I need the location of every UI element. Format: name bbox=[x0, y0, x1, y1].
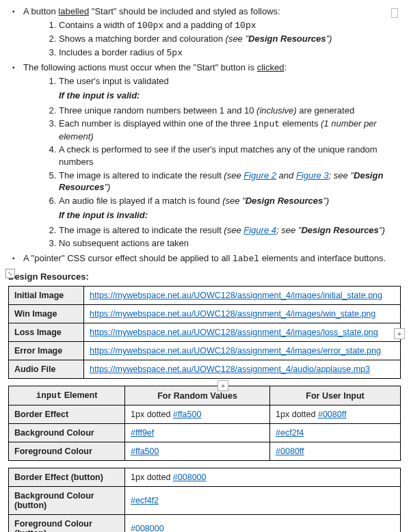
design-resources-heading: Design Resources: bbox=[8, 271, 401, 282]
add-row-button[interactable]: + bbox=[217, 380, 228, 391]
row-label: Loss Image bbox=[9, 323, 84, 342]
invalid-heading: If the input is invalid: bbox=[59, 209, 401, 222]
cell: #ffa500 bbox=[125, 442, 270, 461]
table-row: Border Effect (button) 1px dotted #00800… bbox=[9, 468, 401, 487]
step: The user's input is validated bbox=[59, 75, 401, 88]
text: "Start" should be included and styled as… bbox=[89, 6, 280, 16]
ref: Design Resources bbox=[248, 34, 326, 44]
text: (see " bbox=[226, 34, 249, 44]
table-anchor-icon[interactable]: ⤡ bbox=[5, 269, 15, 278]
text: labelled bbox=[58, 6, 89, 16]
text: elements and interface buttons. bbox=[259, 253, 386, 263]
cell: #0080ff bbox=[270, 442, 401, 461]
step: Contains a width of 100px and a padding … bbox=[59, 19, 401, 32]
cell: #ecf2f4 bbox=[270, 424, 401, 442]
text: 1px dotted bbox=[131, 410, 173, 419]
text: A "pointer" CSS cursor effect should be … bbox=[23, 253, 233, 263]
code: input bbox=[36, 391, 62, 401]
ref: Design Resources bbox=[301, 225, 378, 235]
row-label: Initial Image bbox=[9, 287, 84, 305]
table-row: Win Image https://mywebspace.net.au/UOWC… bbox=[9, 305, 401, 323]
cell: #ecf4f2 bbox=[125, 487, 401, 515]
table-row: Background Colour (button) #ecf4f2 bbox=[9, 487, 401, 515]
step: An audio file is played if a match is fo… bbox=[59, 195, 401, 207]
text: and a padding of bbox=[163, 20, 235, 30]
cell: #fff9ef bbox=[125, 424, 270, 442]
row-label: Background Colour bbox=[9, 424, 125, 442]
color-link[interactable]: #008000 bbox=[173, 473, 207, 482]
text: Three unique random numbers between 1 an… bbox=[59, 105, 256, 116]
table-row: Loss Image https://mywebspace.net.au/UOW… bbox=[9, 323, 401, 342]
table-row: Border Effect 1px dotted #ffa500 1px dot… bbox=[9, 405, 401, 424]
color-link[interactable]: #fff9ef bbox=[131, 428, 154, 438]
table-row: Initial Image https://mywebspace.net.au/… bbox=[9, 287, 401, 305]
row-label: Foreground Colour (button) bbox=[9, 515, 125, 532]
step: Shows a matching border and colouration … bbox=[59, 33, 401, 45]
text: (see bbox=[224, 225, 243, 235]
figure-link[interactable]: Figure 2 bbox=[243, 170, 276, 181]
text: : bbox=[284, 62, 287, 72]
text: ; see " bbox=[276, 225, 301, 235]
add-column-button[interactable]: + bbox=[394, 328, 405, 339]
row-label: Background Colour (button) bbox=[9, 487, 125, 515]
start-button-steps: Contains a width of 100px and a padding … bbox=[23, 19, 401, 59]
text: ") bbox=[326, 34, 332, 44]
color-link[interactable]: #0080ff bbox=[276, 447, 304, 456]
resource-link[interactable]: https://mywebspace.net.au/UOWC128/assign… bbox=[90, 291, 382, 300]
color-link[interactable]: #ffa500 bbox=[173, 410, 201, 419]
text: ") bbox=[104, 182, 110, 192]
text: ") bbox=[379, 225, 385, 235]
color-link[interactable]: #ecf2f4 bbox=[276, 428, 304, 438]
resources-table: Initial Image https://mywebspace.net.au/… bbox=[8, 286, 401, 379]
text: ") bbox=[323, 196, 329, 206]
text: elements bbox=[280, 118, 321, 129]
figure-link[interactable]: Figure 4 bbox=[243, 225, 276, 235]
text: ; see " bbox=[329, 170, 354, 181]
step: Includes a border radius of 5px bbox=[59, 46, 401, 59]
resource-link[interactable]: https://mywebspace.net.au/UOWC128/assign… bbox=[90, 328, 378, 337]
text: (see bbox=[224, 170, 243, 181]
ref: Design Resources bbox=[246, 196, 323, 206]
style-table-inputs: input Element For Random Values For User… bbox=[8, 386, 401, 461]
step: A check is performed to see if the user'… bbox=[59, 144, 401, 168]
code: input bbox=[253, 119, 280, 129]
table-header-row: input Element For Random Values For User… bbox=[9, 386, 401, 405]
color-link[interactable]: #ffa500 bbox=[131, 447, 159, 456]
text: Includes a border radius of bbox=[59, 47, 167, 57]
code: 100px bbox=[137, 21, 163, 31]
text: (inclusive) bbox=[256, 105, 297, 116]
table-row: Foreground Colour (button) #008000 bbox=[9, 515, 401, 532]
table-row: Audio File https://mywebspace.net.au/UOW… bbox=[9, 360, 401, 379]
row-label: Border Effect bbox=[9, 405, 125, 424]
text: A check is performed to see if the user'… bbox=[59, 144, 378, 167]
figure-link[interactable]: Figure 3 bbox=[296, 170, 329, 181]
cell: 1px dotted #0080ff bbox=[270, 405, 401, 424]
cell: 1px dotted #008000 bbox=[125, 468, 401, 487]
text: 1px dotted bbox=[131, 473, 173, 482]
text: A button bbox=[23, 6, 58, 16]
text: are generated bbox=[297, 105, 355, 116]
text: The following actions must occur when th… bbox=[23, 62, 257, 72]
text: Contains a width of bbox=[59, 20, 137, 30]
text: An audio file is played if a match is fo… bbox=[59, 196, 222, 206]
text: Each number is displayed within one of t… bbox=[59, 118, 253, 129]
requirements-list: A button labelled "Start" should be incl… bbox=[8, 5, 401, 265]
color-link[interactable]: #008000 bbox=[131, 524, 164, 532]
text: (see " bbox=[222, 196, 246, 206]
bullet-click-actions: The following actions must occur when th… bbox=[23, 62, 401, 250]
table-row: Foreground Colour #ffa500 #0080ff bbox=[9, 442, 401, 461]
table-row: Error Image https://mywebspace.net.au/UO… bbox=[9, 342, 401, 360]
color-link[interactable]: #ecf4f2 bbox=[131, 496, 159, 505]
row-label: Error Image bbox=[9, 342, 84, 360]
step: No subsequent actions are taken bbox=[59, 237, 401, 250]
resource-link[interactable]: https://mywebspace.net.au/UOWC128/assign… bbox=[90, 346, 381, 356]
col-header: input Element bbox=[9, 386, 125, 405]
resource-link[interactable]: https://mywebspace.net.au/UOWC128/assign… bbox=[90, 364, 370, 374]
row-label: Foreground Colour bbox=[9, 442, 125, 461]
color-link[interactable]: #0080ff bbox=[318, 410, 346, 419]
col-header: For User Input bbox=[270, 386, 401, 405]
cell: #008000 bbox=[125, 515, 401, 532]
row-label: Audio File bbox=[9, 360, 84, 379]
resource-link[interactable]: https://mywebspace.net.au/UOWC128/assign… bbox=[90, 309, 375, 319]
code: 5px bbox=[167, 48, 183, 58]
